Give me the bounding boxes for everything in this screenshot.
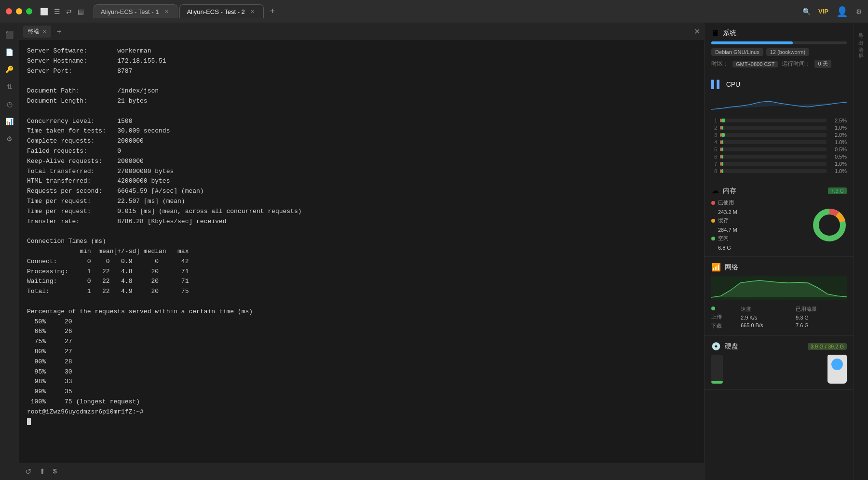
- tab-1[interactable]: Aliyun-ECS - Test - 1 ✕: [94, 4, 177, 18]
- cpu-bar-row: 21.0%: [711, 125, 847, 131]
- cpu-bar-fill-green: [721, 126, 723, 130]
- cpu-core-pct: 1.0%: [829, 168, 847, 174]
- uptime-val: 0 天: [814, 60, 831, 68]
- system-monitor: 🖥 系统 Debian GNU/Linux 12 (bookworm) 时区： …: [704, 23, 854, 480]
- upload-icon[interactable]: ⬆: [39, 467, 45, 476]
- sidebar-icon-settings[interactable]: ⚙: [2, 131, 17, 147]
- close-button[interactable]: [6, 8, 12, 14]
- sidebar-icon-terminal[interactable]: ⬛: [2, 27, 17, 42]
- cpu-core-pct: 1.0%: [829, 161, 847, 167]
- sidebar-icon-history[interactable]: ◷: [2, 96, 17, 112]
- cpu-bar-track: [720, 162, 827, 166]
- right-icon-3[interactable]: 清: [856, 40, 866, 44]
- net-upload-label-row: 上传: [711, 313, 737, 320]
- disk-circle: [831, 359, 843, 370]
- cpu-core-pct: 0.5%: [829, 154, 847, 160]
- mem-cache-val: 284.7 M: [718, 227, 806, 233]
- disk-icon: 💿: [711, 342, 721, 351]
- cpu-core-num: 3: [711, 132, 717, 138]
- terminal-tab-bar: 终端 ✕ + ✕: [19, 23, 704, 40]
- cpu-core-num: 1: [711, 118, 717, 123]
- system-bar-fill: [711, 41, 793, 44]
- terminal-output[interactable]: Server Software: workerman Server Hostna…: [19, 40, 704, 463]
- cpu-bar-row: 71.0%: [711, 161, 847, 167]
- uptime-label: 运行时间：: [782, 60, 811, 68]
- avatar[interactable]: 👤: [836, 6, 848, 17]
- memory-badge: 7.3 G: [828, 187, 847, 194]
- cpu-bar-fill-green: [721, 119, 725, 122]
- disk-bar-group: [711, 355, 723, 384]
- refresh-icon[interactable]: ↺: [25, 467, 31, 476]
- split-icon[interactable]: ⇄: [66, 8, 72, 15]
- system-header: 🖥 系统: [711, 29, 847, 38]
- os-tag: Debian GNU/Linux: [711, 48, 763, 56]
- titlebar-right: 🔍 VIP 👤 ⚙: [802, 6, 862, 17]
- mem-used-dot: [711, 201, 715, 205]
- terminal-add-tab-button[interactable]: +: [55, 27, 63, 36]
- wifi-icon: 📶: [711, 263, 721, 272]
- cpu-core-pct: 2.5%: [829, 118, 847, 123]
- cpu-bar-track: [720, 155, 827, 159]
- system-title: 系统: [723, 29, 847, 38]
- disk-shape: [827, 355, 847, 384]
- cpu-bar-track: [720, 147, 827, 151]
- right-panel: 🖥 系统 Debian GNU/Linux 12 (bookworm) 时区： …: [704, 23, 868, 480]
- used-col-header: 已用流量: [796, 306, 847, 313]
- menu-icon[interactable]: ▤: [78, 8, 84, 15]
- maximize-button[interactable]: [26, 8, 32, 14]
- monitor-icon: 🖥: [711, 29, 719, 38]
- cpu-bar-fill-green: [721, 155, 723, 159]
- sidebar-icon-transfer[interactable]: ⇅: [2, 79, 17, 94]
- net-dot-indicator: [711, 306, 737, 311]
- sys-info-row: 时区： GMT+0800 CST 运行时间： 0 天: [711, 60, 847, 68]
- tab-2[interactable]: Aliyun-ECS - Test - 2 ✕: [179, 4, 263, 18]
- settings-icon[interactable]: ⚙: [856, 8, 862, 15]
- terminal-text: Server Software: workerman Server Hostna…: [27, 46, 696, 417]
- terminal-footer: ↺ ⬆ $: [19, 463, 704, 480]
- sidebar-icon-files[interactable]: 📄: [2, 44, 17, 60]
- search-icon[interactable]: 🔍: [802, 8, 811, 15]
- minimize-button[interactable]: [16, 8, 22, 14]
- mem-free-val: 6.8 G: [718, 245, 806, 251]
- memory-header: ☁ 内存 7.3 G: [711, 186, 847, 195]
- disk-title: 硬盘: [725, 342, 804, 351]
- mem-free-label: 空闲: [718, 235, 729, 242]
- terminal-tab[interactable]: 终端 ✕: [23, 26, 51, 38]
- timezone-val: GMT+0800 CST: [732, 61, 778, 67]
- network-header: 📶 网络: [711, 263, 847, 272]
- terminal-tab-label: 终端: [28, 27, 40, 36]
- left-sidebar: ⬛ 📄 🔑 ⇅ ◷ 📊 ⚙: [0, 23, 19, 480]
- sidebar-icon-monitor[interactable]: 📊: [2, 114, 17, 129]
- tabs-area: Aliyun-ECS - Test - 1 ✕ Aliyun-ECS - Tes…: [94, 4, 802, 18]
- cpu-header: ▌▌ CPU: [711, 80, 847, 89]
- cpu-bar-track: [720, 119, 827, 122]
- right-icon-2[interactable]: 出: [856, 34, 866, 38]
- titlebar: ⬜ ☰ ⇄ ▤ Aliyun-ECS - Test - 1 ✕ Aliyun-E…: [0, 0, 868, 23]
- terminal-close-button[interactable]: ✕: [694, 27, 700, 36]
- tab-1-close[interactable]: ✕: [163, 8, 170, 15]
- right-icon-1[interactable]: 导: [856, 27, 866, 31]
- cpu-bar-track: [720, 133, 827, 137]
- sidebar-toggle-icon[interactable]: ⬜: [40, 8, 48, 15]
- terminal-prompt: $: [53, 468, 57, 475]
- cpu-core-num: 7: [711, 161, 717, 167]
- terminal-tab-close-icon[interactable]: ✕: [42, 29, 46, 34]
- system-tags: Debian GNU/Linux 12 (bookworm): [711, 48, 847, 56]
- sidebar-icon-keys[interactable]: 🔑: [2, 62, 17, 77]
- download-speed-val: 665.0 B/s: [741, 322, 792, 328]
- cpu-core-num: 5: [711, 147, 717, 152]
- new-tab-button[interactable]: +: [266, 5, 279, 18]
- disk-bar: [711, 355, 723, 384]
- cpu-bar-track: [720, 126, 827, 130]
- network-graph: [711, 276, 847, 300]
- mem-cache-item: 缓存: [711, 217, 806, 224]
- right-icon-4[interactable]: 屏: [856, 47, 866, 51]
- bookmark-icon[interactable]: ☰: [54, 8, 60, 15]
- tab-2-close[interactable]: ✕: [249, 8, 257, 15]
- cpu-bar-row: 50.5%: [711, 147, 847, 152]
- net-info: 上传 下载 速度 2.9 K/s 665.0 B/s 已用流量 9.3 G: [711, 306, 847, 330]
- mem-used-item: 已使用: [711, 199, 806, 206]
- titlebar-icons: ⬜ ☰ ⇄ ▤: [40, 8, 84, 15]
- cpu-core-num: 8: [711, 168, 717, 174]
- tab-1-label: Aliyun-ECS - Test - 1: [101, 8, 159, 15]
